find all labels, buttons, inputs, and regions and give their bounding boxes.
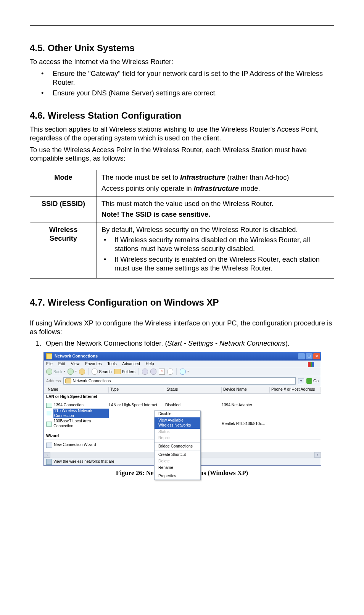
up-button[interactable] [79,369,85,375]
wizard-icon [46,443,52,448]
menu-help[interactable]: Help [146,361,154,366]
minimize-button[interactable]: _ [298,353,305,359]
folders-icon [114,369,121,374]
heading-4-7: 4.7. Wireless Configuration on Windows X… [30,297,334,308]
ctx-separator [155,442,200,443]
ctx-disable[interactable]: Disable [155,411,200,417]
menubar: File Edit View Favorites Tools Advanced … [44,361,321,367]
close-button[interactable]: × [313,353,320,359]
cell-sec-key: Wireless Security [30,222,97,279]
ctx-rename[interactable]: Rename [155,465,200,471]
col-name[interactable]: Name [46,387,109,393]
intro-4-5: To access the Internet via the Wireless … [30,58,334,66]
back-button[interactable]: Back▾ [46,369,65,375]
bullet-4-5-2: Ensure your DNS (Name Server) settings a… [43,89,334,98]
address-bar: Address Network Connections ▾ →Go [44,376,321,386]
toolbar: Back▾ ▾ Search Folders × ▾ [44,367,321,376]
status-icon [46,459,52,465]
go-button[interactable]: →Go [306,378,319,384]
forward-icon [68,369,74,375]
col-device[interactable]: Device Name [222,387,270,393]
ctx-view-wireless[interactable]: View Available Wireless Networks [155,417,200,429]
bullet-4-5-1: Ensure the "Gateway" field for your netw… [43,69,334,87]
chevron-down-icon: ▾ [187,370,189,374]
scroll-left-button[interactable]: ‹ [44,452,50,458]
delete-icon: × [159,369,165,375]
folder-icon [46,353,52,359]
menu-edit[interactable]: Edit [58,361,65,366]
ctx-bridge[interactable]: Bridge Connections [155,443,200,450]
copyto-button[interactable] [150,369,156,375]
address-input[interactable]: Network Connections [63,377,296,385]
step-1: Open the Network Connections folder. (St… [43,339,334,348]
cell-mode-key: Mode [30,170,97,196]
menu-advanced[interactable]: Advanced [122,361,140,366]
heading-4-5: 4.5. Other Unix Systems [30,42,334,54]
scroll-right-button[interactable]: › [314,452,321,458]
ctx-separator [155,451,200,451]
ctx-delete[interactable]: Delete [155,458,200,465]
ctx-status[interactable]: Status [155,429,200,435]
cell-ssid-val: This must match the value used on the Wi… [97,196,334,222]
para-4-7: If using Windows XP to configure the Wir… [30,319,334,336]
delete-button[interactable]: × [159,369,165,375]
cell-ssid-key: SSID (ESSID) [30,196,97,222]
forward-button[interactable]: ▾ [68,369,77,375]
move-to-icon [142,369,148,375]
heading-4-6: 4.6. Wireless Station Configuration [30,110,334,121]
col-type[interactable]: Type [109,387,165,393]
moveto-button[interactable] [142,369,148,375]
search-button[interactable]: Search [92,369,111,375]
up-folder-icon [79,369,85,375]
para-4-6-2: To use the Wireless Access Point in the … [30,146,334,163]
search-icon [92,369,98,375]
menu-view[interactable]: View [71,361,80,366]
folders-button[interactable]: Folders [114,369,135,374]
chevron-down-icon: ▾ [75,370,77,374]
views-button[interactable]: ▾ [180,369,189,375]
menu-tools[interactable]: Tools [107,361,117,366]
group-header: LAN or High-Speed Internet [44,394,321,400]
folder-icon [65,378,71,383]
address-label: Address [46,378,61,383]
ctx-repair[interactable]: Repair [155,435,200,441]
para-4-6-1: This section applies to all Wireless sta… [30,125,334,143]
chevron-down-icon: ▾ [64,370,65,374]
undo-icon [167,369,173,375]
views-icon [180,369,186,375]
menu-favorites[interactable]: Favorites [85,361,101,366]
titlebar[interactable]: Network Connections _ □ × [44,352,321,361]
ctx-separator [155,472,200,472]
ctx-shortcut[interactable]: Create Shortcut [155,452,200,458]
address-dropdown[interactable]: ▾ [298,378,304,384]
undo-button[interactable] [167,369,173,375]
windows-flag-icon [308,362,314,367]
nic-icon [46,403,52,408]
settings-table: Mode The mode must be set to Infrastruct… [30,170,334,279]
copy-to-icon [150,369,156,375]
go-icon: → [306,378,312,384]
wireless-nic-icon [46,411,52,416]
col-phone[interactable]: Phone # or Host Address [270,387,321,393]
cell-sec-val: By default, Wireless security on the Wir… [97,222,334,279]
col-status[interactable]: Status [165,387,222,393]
cell-mode-val: The mode must be set to Infrastructure (… [97,170,334,196]
ctx-properties[interactable]: Properties [155,473,200,480]
maximize-button[interactable]: □ [306,353,312,359]
column-headers: Name Type Status Device Name Phone # or … [44,386,321,394]
list-item[interactable]: 1394 Connection LAN or High-Speed Intern… [44,402,321,408]
window-title: Network Connections [55,354,98,359]
context-menu: Disable View Available Wireless Networks… [154,411,201,480]
menu-file[interactable]: File [46,361,53,366]
back-icon [46,369,52,375]
nic-icon [46,422,52,427]
